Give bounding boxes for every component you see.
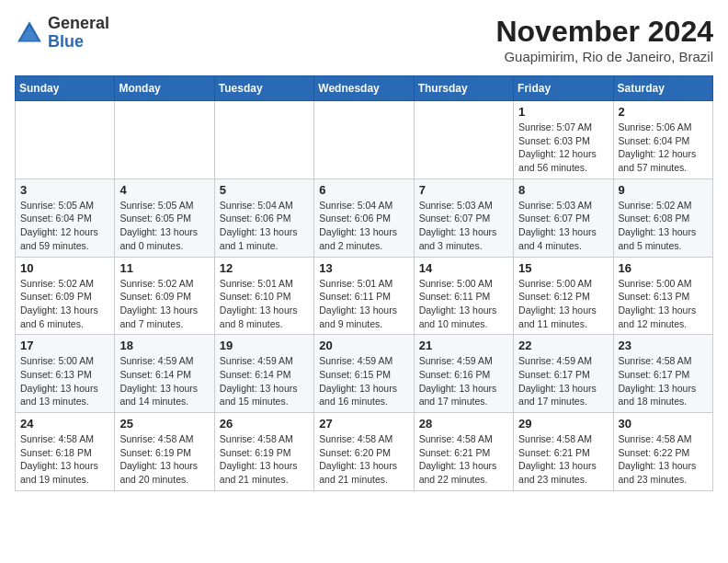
day-number: 13: [319, 261, 408, 275]
weekday-header-thursday: Thursday: [414, 76, 513, 101]
calendar-cell: 30Sunrise: 4:58 AMSunset: 6:22 PMDayligh…: [613, 413, 712, 491]
calendar-week-1: 1Sunrise: 5:07 AMSunset: 6:03 PMDaylight…: [16, 101, 713, 179]
calendar-cell: 17Sunrise: 5:00 AMSunset: 6:13 PMDayligh…: [16, 335, 115, 413]
calendar-week-4: 17Sunrise: 5:00 AMSunset: 6:13 PMDayligh…: [16, 335, 713, 413]
calendar-cell: 27Sunrise: 4:58 AMSunset: 6:20 PMDayligh…: [314, 413, 414, 491]
day-number: 22: [518, 339, 608, 352]
calendar-cell: 13Sunrise: 5:01 AMSunset: 6:11 PMDayligh…: [314, 257, 414, 335]
calendar-cell: 7Sunrise: 5:03 AMSunset: 6:07 PMDaylight…: [414, 178, 513, 257]
calendar-cell: 25Sunrise: 4:58 AMSunset: 6:19 PMDayligh…: [115, 413, 214, 491]
weekday-header-row: SundayMondayTuesdayWednesdayThursdayFrid…: [16, 76, 713, 101]
day-info: Sunrise: 5:03 AMSunset: 6:07 PMDaylight:…: [518, 199, 608, 253]
calendar-cell: 21Sunrise: 4:59 AMSunset: 6:16 PMDayligh…: [414, 335, 513, 413]
calendar-cell: 23Sunrise: 4:58 AMSunset: 6:17 PMDayligh…: [613, 335, 712, 413]
day-info: Sunrise: 5:01 AMSunset: 6:11 PMDaylight:…: [319, 277, 408, 331]
logo: General Blue: [15, 15, 109, 52]
day-number: 28: [419, 417, 508, 431]
day-info: Sunrise: 4:59 AMSunset: 6:16 PMDaylight:…: [419, 354, 508, 408]
day-info: Sunrise: 5:06 AMSunset: 6:04 PMDaylight:…: [619, 121, 708, 175]
calendar-cell: 15Sunrise: 5:00 AMSunset: 6:12 PMDayligh…: [514, 257, 613, 335]
day-info: Sunrise: 5:04 AMSunset: 6:06 PMDaylight:…: [220, 199, 309, 253]
calendar-cell: 11Sunrise: 5:02 AMSunset: 6:09 PMDayligh…: [115, 257, 214, 335]
day-info: Sunrise: 5:00 AMSunset: 6:11 PMDaylight:…: [419, 277, 508, 331]
calendar-cell: 20Sunrise: 4:59 AMSunset: 6:15 PMDayligh…: [314, 335, 414, 413]
day-info: Sunrise: 4:58 AMSunset: 6:19 PMDaylight:…: [220, 432, 309, 487]
day-info: Sunrise: 4:58 AMSunset: 6:19 PMDaylight:…: [119, 432, 209, 487]
day-number: 8: [518, 183, 608, 197]
calendar-cell: [16, 101, 115, 179]
day-number: 3: [20, 183, 109, 197]
day-number: 23: [619, 339, 708, 352]
day-number: 7: [419, 183, 508, 197]
page-header: General Blue November 2024 Guapimirim, R…: [15, 15, 713, 64]
day-number: 14: [419, 261, 508, 275]
day-number: 9: [619, 183, 708, 197]
title-block: November 2024 Guapimirim, Rio de Janeiro…: [495, 15, 713, 64]
day-info: Sunrise: 5:05 AMSunset: 6:04 PMDaylight:…: [20, 199, 109, 253]
logo-icon: [15, 18, 44, 48]
day-info: Sunrise: 4:58 AMSunset: 6:17 PMDaylight:…: [619, 354, 708, 408]
weekday-header-monday: Monday: [115, 76, 214, 101]
day-info: Sunrise: 4:59 AMSunset: 6:14 PMDaylight:…: [220, 354, 309, 408]
day-number: 12: [220, 261, 309, 275]
logo-text: General Blue: [48, 15, 109, 52]
calendar-cell: 2Sunrise: 5:06 AMSunset: 6:04 PMDaylight…: [613, 101, 712, 179]
calendar-cell: 24Sunrise: 4:58 AMSunset: 6:18 PMDayligh…: [16, 413, 115, 491]
day-number: 10: [20, 261, 109, 275]
calendar-cell: 22Sunrise: 4:59 AMSunset: 6:17 PMDayligh…: [514, 335, 613, 413]
calendar-cell: 5Sunrise: 5:04 AMSunset: 6:06 PMDaylight…: [214, 178, 313, 257]
month-title: November 2024: [495, 15, 713, 49]
calendar-cell: 28Sunrise: 4:58 AMSunset: 6:21 PMDayligh…: [414, 413, 513, 491]
location-text: Guapimirim, Rio de Janeiro, Brazil: [495, 49, 713, 64]
calendar-cell: 3Sunrise: 5:05 AMSunset: 6:04 PMDaylight…: [16, 178, 115, 257]
calendar-cell: 9Sunrise: 5:02 AMSunset: 6:08 PMDaylight…: [613, 178, 712, 257]
day-number: 4: [119, 183, 209, 197]
day-info: Sunrise: 4:58 AMSunset: 6:21 PMDaylight:…: [419, 432, 508, 487]
calendar-cell: 26Sunrise: 4:58 AMSunset: 6:19 PMDayligh…: [214, 413, 313, 491]
calendar-table: SundayMondayTuesdayWednesdayThursdayFrid…: [15, 75, 713, 491]
calendar-cell: 10Sunrise: 5:02 AMSunset: 6:09 PMDayligh…: [16, 257, 115, 335]
day-info: Sunrise: 5:00 AMSunset: 6:13 PMDaylight:…: [20, 354, 109, 408]
day-info: Sunrise: 5:04 AMSunset: 6:06 PMDaylight:…: [319, 199, 408, 253]
day-number: 21: [419, 339, 508, 352]
day-number: 29: [518, 417, 608, 431]
day-number: 20: [319, 339, 408, 352]
calendar-cell: 18Sunrise: 4:59 AMSunset: 6:14 PMDayligh…: [115, 335, 214, 413]
day-number: 15: [518, 261, 608, 275]
day-info: Sunrise: 4:59 AMSunset: 6:15 PMDaylight:…: [319, 354, 408, 408]
calendar-cell: 14Sunrise: 5:00 AMSunset: 6:11 PMDayligh…: [414, 257, 513, 335]
weekday-header-tuesday: Tuesday: [214, 76, 313, 101]
day-info: Sunrise: 4:58 AMSunset: 6:20 PMDaylight:…: [319, 432, 408, 487]
day-info: Sunrise: 4:58 AMSunset: 6:18 PMDaylight:…: [20, 432, 109, 487]
calendar-cell: [115, 101, 214, 179]
day-info: Sunrise: 5:02 AMSunset: 6:09 PMDaylight:…: [20, 277, 109, 331]
day-info: Sunrise: 5:02 AMSunset: 6:08 PMDaylight:…: [619, 199, 708, 253]
day-info: Sunrise: 4:59 AMSunset: 6:14 PMDaylight:…: [119, 354, 209, 408]
weekday-header-friday: Friday: [514, 76, 613, 101]
calendar-cell: 8Sunrise: 5:03 AMSunset: 6:07 PMDaylight…: [514, 178, 613, 257]
day-info: Sunrise: 5:07 AMSunset: 6:03 PMDaylight:…: [518, 121, 608, 175]
day-info: Sunrise: 5:05 AMSunset: 6:05 PMDaylight:…: [119, 199, 209, 253]
weekday-header-sunday: Sunday: [16, 76, 115, 101]
calendar-cell: 19Sunrise: 4:59 AMSunset: 6:14 PMDayligh…: [214, 335, 313, 413]
day-info: Sunrise: 5:03 AMSunset: 6:07 PMDaylight:…: [419, 199, 508, 253]
logo-blue-text: Blue: [48, 32, 84, 51]
day-number: 30: [619, 417, 708, 431]
day-info: Sunrise: 4:58 AMSunset: 6:22 PMDaylight:…: [619, 432, 708, 487]
day-number: 27: [319, 417, 408, 431]
calendar-cell: [414, 101, 513, 179]
day-number: 11: [119, 261, 209, 275]
day-info: Sunrise: 5:00 AMSunset: 6:12 PMDaylight:…: [518, 277, 608, 331]
day-info: Sunrise: 5:02 AMSunset: 6:09 PMDaylight:…: [119, 277, 209, 331]
calendar-cell: 1Sunrise: 5:07 AMSunset: 6:03 PMDaylight…: [514, 101, 613, 179]
day-number: 6: [319, 183, 408, 197]
day-number: 24: [20, 417, 109, 431]
day-info: Sunrise: 5:00 AMSunset: 6:13 PMDaylight:…: [619, 277, 708, 331]
calendar-cell: 16Sunrise: 5:00 AMSunset: 6:13 PMDayligh…: [613, 257, 712, 335]
day-number: 25: [119, 417, 209, 431]
logo-general-text: General: [48, 14, 109, 32]
calendar-cell: [214, 101, 313, 179]
weekday-header-saturday: Saturday: [613, 76, 712, 101]
calendar-cell: 6Sunrise: 5:04 AMSunset: 6:06 PMDaylight…: [314, 178, 414, 257]
day-number: 19: [220, 339, 309, 352]
